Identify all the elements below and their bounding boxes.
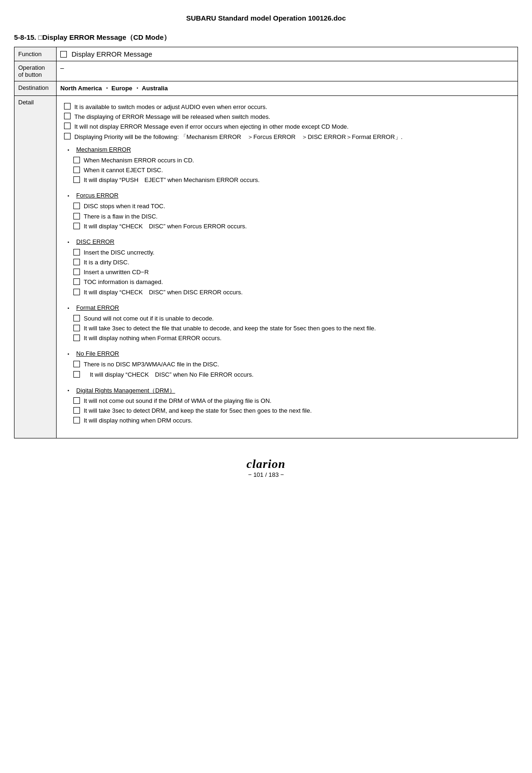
disc-text-4: It will display “CHECK DISC” when DISC E…	[84, 288, 243, 297]
forcus-cb-0	[73, 203, 80, 209]
nofile-header: ・ No File ERROR	[64, 350, 510, 358]
format-text-1: It will take 3sec to detect the file tha…	[84, 324, 376, 333]
detail-row: Detail It is available to switch modes o…	[14, 96, 518, 438]
drm-text-2: It will display nothing when DRM occurs.	[84, 416, 193, 425]
checkbox-1	[64, 113, 71, 119]
mechanism-header: ・ Mechanism ERROR	[64, 146, 510, 154]
disc-item-3: TOC information is damaged.	[73, 278, 510, 286]
mechanism-item-1: When it cannot EJECT DISC.	[73, 166, 510, 175]
drm-text-1: It will take 3sec to detect DRM, and kee…	[84, 407, 312, 415]
disc-cb-4	[73, 289, 80, 295]
function-text: Display ERROR Message	[72, 50, 152, 58]
function-content-cell: Display ERROR Message	[57, 47, 518, 61]
disc-text-2: Insert a unwritten CD−R	[84, 268, 149, 277]
format-item-1: It will take 3sec to detect the file tha…	[73, 324, 510, 333]
mech-cb-1	[73, 167, 80, 173]
format-text-2: It will display nothing when Format ERRO…	[84, 334, 222, 343]
disc-cb-2	[73, 269, 80, 275]
section-drm: ・ Digital Rights Management（DRM） It will…	[64, 386, 510, 425]
drm-text-0: It will not come out sound if the DRM of…	[84, 397, 272, 405]
operation-content-cell: –	[57, 61, 518, 81]
disc-item-4: It will display “CHECK DISC” when DISC E…	[73, 288, 510, 297]
format-cb-0	[73, 315, 80, 321]
top-check-item-2: It will not display ERROR Message even i…	[64, 123, 510, 131]
bullet-dot-3: ・	[64, 304, 72, 313]
nofile-title: No File ERROR	[76, 350, 119, 357]
destination-label: Destination	[14, 81, 57, 96]
nofile-cb-1	[73, 371, 80, 378]
disc-text-0: Insert the DISC uncrrectly.	[84, 248, 154, 257]
mech-text-1: When it cannot EJECT DISC.	[84, 166, 163, 175]
checkbox-3	[64, 133, 71, 139]
section-disc: ・ DISC ERROR Insert the DISC uncrrectly.…	[64, 238, 510, 297]
mech-cb-0	[73, 157, 80, 163]
format-cb-2	[73, 335, 80, 341]
forcus-item-1: There is a flaw in the DISC.	[73, 212, 510, 221]
forcus-text-2: It will display “CHECK DISC” when Forcus…	[84, 222, 247, 231]
format-item-0: Sound will not come out if it is unable …	[73, 314, 510, 323]
format-item-2: It will display nothing when Format ERRO…	[73, 334, 510, 343]
drm-header: ・ Digital Rights Management（DRM）	[64, 386, 510, 395]
nofile-text-0: There is no DISC MP3/WMA/AAC file in the…	[84, 360, 219, 369]
bullet-dot-1: ・	[64, 192, 72, 200]
disc-cb-3	[73, 278, 80, 285]
drm-cb-0	[73, 397, 80, 404]
drm-item-1: It will take 3sec to detect DRM, and kee…	[73, 407, 510, 415]
document-title: SUBARU Standard model Operation 100126.d…	[14, 14, 518, 22]
disc-cb-1	[73, 259, 80, 265]
disc-text-3: TOC information is damaged.	[84, 278, 163, 286]
mechanism-item-0: When Mechanism ERROR occurs in CD.	[73, 156, 510, 165]
section-heading: 5-8-15. □Display ERROR Message（CD Mode）	[14, 33, 518, 42]
drm-cb-1	[73, 407, 80, 414]
disc-item-0: Insert the DISC uncrrectly.	[73, 248, 510, 257]
forcus-header: ・ Forcus ERROR	[64, 192, 510, 200]
forcus-item-2: It will display “CHECK DISC” when Forcus…	[73, 222, 510, 231]
footer: clarion − 101 / 183 −	[14, 457, 518, 478]
nofile-item-1: It will display “CHECK DISC” when No Fil…	[73, 371, 510, 379]
bullet-dot-2: ・	[64, 238, 72, 247]
detail-content: It is available to switch modes or adjus…	[60, 99, 514, 435]
operation-text: –	[60, 64, 64, 72]
detail-label: Detail	[14, 96, 57, 438]
mechanism-title: Mechanism ERROR	[76, 146, 131, 153]
checkbox-0	[64, 103, 71, 109]
mechanism-item-2: It will display “PUSH EJECT” when Mechan…	[73, 176, 510, 184]
disc-item-2: Insert a unwritten CD−R	[73, 268, 510, 277]
mech-text-0: When Mechanism ERROR occurs in CD.	[84, 156, 194, 165]
top-check-text-0: It is available to switch modes or adjus…	[74, 103, 267, 111]
mech-text-2: It will display “PUSH EJECT” when Mechan…	[84, 176, 259, 184]
forcus-text-0: DISC stops when it read TOC.	[84, 202, 165, 211]
format-title: Format ERROR	[76, 304, 119, 311]
nofile-text-1: It will display “CHECK DISC” when No Fil…	[84, 371, 253, 379]
operation-row: Operationof button –	[14, 61, 518, 81]
drm-item-2: It will display nothing when DRM occurs.	[73, 416, 510, 425]
page-number: − 101 / 183 −	[14, 471, 518, 478]
function-row: Function Display ERROR Message	[14, 47, 518, 61]
function-content: Display ERROR Message	[60, 50, 514, 58]
top-check-text-3: Displaying Priority will be the followin…	[74, 133, 403, 141]
disc-text-1: It is a dirty DISC.	[84, 258, 129, 267]
forcus-item-0: DISC stops when it read TOC.	[73, 202, 510, 211]
format-header: ・ Format ERROR	[64, 304, 510, 313]
forcus-text-1: There is a flaw in the DISC.	[84, 212, 158, 221]
drm-title: Digital Rights Management（DRM）	[76, 386, 175, 395]
section-nofile: ・ No File ERROR There is no DISC MP3/WMA…	[64, 350, 510, 379]
destination-text: North America ・ Europe ・ Australia	[60, 85, 168, 92]
function-label: Function	[14, 47, 57, 61]
top-check-text-2: It will not display ERROR Message even i…	[74, 123, 349, 131]
section-format: ・ Format ERROR Sound will not come out i…	[64, 304, 510, 343]
detail-content-cell: It is available to switch modes or adjus…	[57, 96, 518, 438]
format-cb-1	[73, 325, 80, 331]
top-check-item-3: Displaying Priority will be the followin…	[64, 133, 510, 141]
destination-content-cell: North America ・ Europe ・ Australia	[57, 81, 518, 96]
main-table: Function Display ERROR Message Operation…	[14, 47, 518, 438]
bullet-dot-5: ・	[64, 386, 72, 395]
disc-item-1: It is a dirty DISC.	[73, 258, 510, 267]
forcus-title: Forcus ERROR	[76, 192, 118, 199]
bullet-dot-0: ・	[64, 146, 72, 154]
destination-row: Destination North America ・ Europe ・ Aus…	[14, 81, 518, 96]
checkbox-2	[64, 123, 71, 129]
top-check-text-1: The displaying of ERROR Message will be …	[74, 113, 270, 121]
function-checkbox	[60, 51, 67, 58]
section-forcus: ・ Forcus ERROR DISC stops when it read T…	[64, 192, 510, 231]
